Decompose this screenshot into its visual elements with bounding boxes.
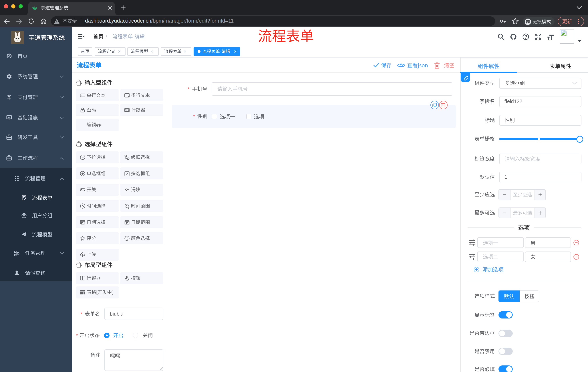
svg-text:123: 123 bbox=[125, 109, 129, 112]
